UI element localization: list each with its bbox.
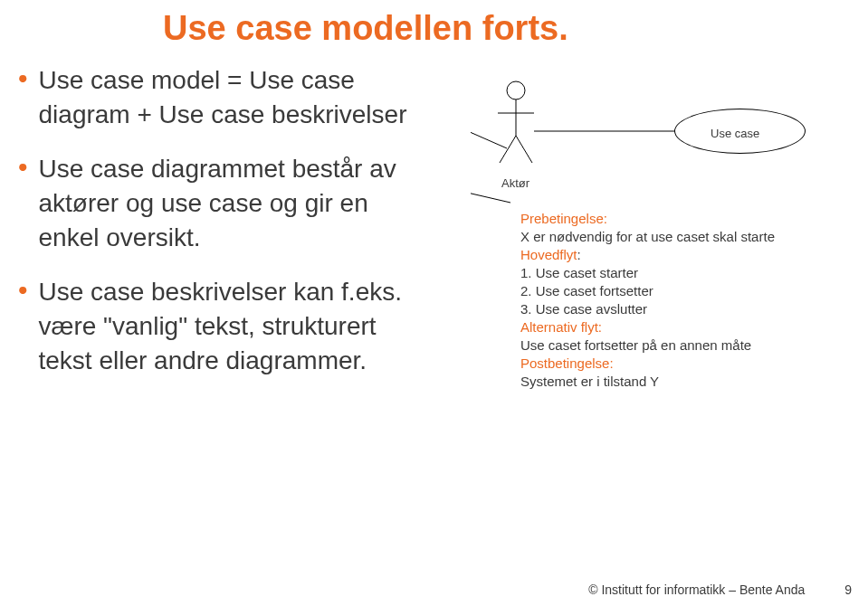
- usecase-diagram: Aktør Use case Prebetingelse: X er nødve…: [471, 54, 851, 208]
- footer: © Institutt for informatikk – Bente Anda…: [588, 582, 852, 597]
- actor-label: Aktør: [501, 176, 529, 190]
- post-header: Postbetingelse:: [520, 355, 614, 371]
- step-1: 1. Use caset starter: [520, 264, 775, 282]
- post-text: Systemet er i tilstand Y: [520, 373, 775, 391]
- actor-leg-right-icon: [516, 136, 532, 163]
- hoved-colon: :: [577, 247, 581, 262]
- bullet-item: • Use case model = Use case diagram + Us…: [18, 63, 434, 132]
- bullet-text: Use case model = Use case diagram + Use …: [39, 63, 434, 132]
- bullet-dot-icon: •: [18, 152, 28, 255]
- bullet-item: • Use case diagrammet består av aktører …: [18, 152, 434, 255]
- step-2: 2. Use caset fortsetter: [520, 282, 775, 300]
- bullet-text: Use case diagrammet består av aktører og…: [39, 152, 434, 255]
- step-3: 3. Use case avslutter: [520, 300, 775, 318]
- usecase-description: Prebetingelse: X er nødvendig for at use…: [520, 210, 775, 391]
- hoved-header: Hovedflyt: [520, 247, 577, 262]
- annotation-line-1-icon: [471, 109, 507, 148]
- usecase-label: Use case: [711, 127, 759, 140]
- bullet-list: • Use case model = Use case diagram + Us…: [18, 63, 434, 398]
- pre-header: Prebetingelse:: [520, 211, 607, 226]
- alt-header: Alternativ flyt:: [520, 319, 602, 335]
- slide-title: Use case modellen forts.: [163, 9, 568, 48]
- page-number: 9: [844, 582, 852, 597]
- actor-leg-left-icon: [500, 136, 516, 163]
- pre-text: X er nødvendig for at use caset skal sta…: [520, 228, 775, 246]
- bullet-item: • Use case beskrivelser kan f.eks. være …: [18, 275, 434, 378]
- bullet-dot-icon: •: [18, 63, 28, 132]
- bullet-dot-icon: •: [18, 275, 28, 378]
- footer-copyright: © Institutt for informatikk – Bente Anda: [588, 582, 805, 597]
- alt-text: Use caset fortsetter på en annen måte: [520, 336, 775, 355]
- actor-head-icon: [507, 81, 525, 99]
- bullet-text: Use case beskrivelser kan f.eks. være "v…: [39, 275, 434, 378]
